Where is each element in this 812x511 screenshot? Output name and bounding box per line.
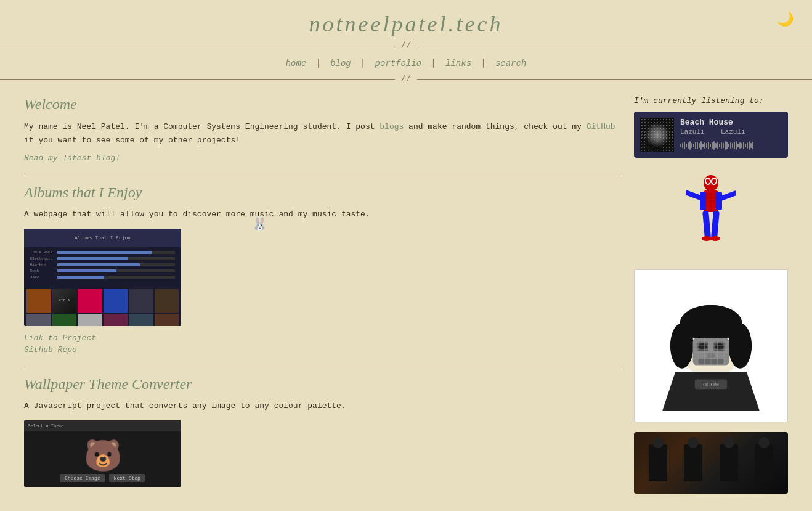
waveform-bar [684,142,685,149]
nav-sep-2: | [360,58,366,69]
bear-image: 🐻 [84,438,122,475]
wallpaper-btn-1: Choose Image [60,474,105,482]
bar-bg-2 [57,257,175,260]
person-3 [720,444,738,481]
spiderman-svg [686,172,736,258]
waveform-bar [749,141,750,150]
waveform-bar [741,143,742,148]
rap-photo-block [634,432,788,494]
main-nav: home | blog | portfolio | links | search [0,54,812,72]
waveform-bar [723,143,724,148]
waveform-bar [682,143,683,148]
albums-bars-section: Indie Rock Electronic Hip-Hop Rock [24,247,181,284]
sidebar: I'm currently listening to: Beach House … [634,96,788,504]
waveform-bar [686,144,687,147]
album-cover-2: KID A [52,289,77,313]
bar-bg-3 [57,263,175,266]
waveform-bar [700,141,702,150]
waveform-bar [725,141,726,150]
album-cover-8 [52,314,77,326]
music-album: Lazuli Lazuli [680,128,782,136]
music-info: Beach House Lazuli Lazuli [680,118,782,152]
wallpaper-btn-2: Next Step [109,474,145,482]
waveform-bar [726,142,728,149]
album-cover-5 [129,289,153,313]
header-divider-top: // [0,41,812,51]
site-header: 🌙 notneelpatel.tech // home | blog | por… [0,0,812,84]
bar-label-3: Hip-Hop [30,263,55,267]
nav-search[interactable]: search [495,59,526,68]
svg-text:DOOM: DOOM [703,382,719,388]
album-cover-1 [26,289,51,313]
waveform-bar [721,142,722,149]
waveform-bar [750,143,752,148]
section-divider-2 [24,366,622,366]
waveform-bar [752,142,753,149]
intro-text: My name is Neel Patel. I'm a Computer Sy… [24,122,380,131]
waveform-bar [719,144,720,147]
music-track-name: Lazuli [721,128,745,136]
spiderman-image [634,170,788,260]
svg-point-25 [728,323,752,369]
waveform-bar [689,141,691,150]
wallpaper-thumbnail: Select a Theme 🐻 Choose Image Next Step [24,420,181,487]
rap-photo-inner [634,432,788,494]
albums-top-bar: Albums That I Enjoy [24,229,181,247]
music-card: Beach House Lazuli Lazuli [634,112,788,158]
waveform-bar [745,144,746,147]
bar-row-1: Indie Rock [30,250,175,255]
beach-house-dots [640,118,674,152]
album-cover-10 [104,314,128,326]
waveform-bar [730,142,731,149]
album-cover-3 [78,289,102,313]
person-2 [684,444,702,481]
nav-links[interactable]: links [445,59,471,68]
read-blog-link[interactable]: Read my latest blog! [24,153,622,163]
albums-repo-link[interactable]: Github Repo [24,345,622,354]
albums-links: Link to Project Github Repo [24,333,622,354]
albums-covers-grid: KID A [24,287,181,326]
bar-row-3: Hip-Hop [30,263,175,267]
svg-point-14 [710,236,720,241]
album-art [640,118,674,152]
waveform-bar [717,142,718,149]
waveform-bar [695,142,696,149]
bar-label-2: Electronic [30,256,55,261]
doom-svg: DOOM [646,281,776,411]
waveform-bar [712,142,713,149]
project-albums: Albums that I Enjoy A webpage that will … [24,184,622,354]
main-container: Welcome My name is Neel Patel. I'm a Com… [18,84,794,511]
waveform-bar [732,143,733,148]
bar-label-4: Rock [30,269,55,273]
moon-toggle[interactable]: 🌙 [777,11,794,28]
divider-symbol-top: // [395,41,418,51]
albums-thumbnail: Albums That I Enjoy Indie Rock Electroni… [24,229,181,326]
bar-fill-1 [57,251,152,254]
content-area: Welcome My name is Neel Patel. I'm a Com… [24,96,622,504]
wallpaper-image-container: Select a Theme 🐻 Choose Image Next Step [24,420,622,487]
person-1 [649,444,667,481]
waveform-bar [706,143,707,148]
blogs-link[interactable]: blogs [380,122,404,131]
album-cover-6 [155,289,179,313]
waveform-bar [734,142,735,149]
section-divider-1 [24,174,622,174]
welcome-paragraph: My name is Neel Patel. I'm a Computer Sy… [24,120,622,147]
nav-blog[interactable]: blog [330,59,351,68]
github-link[interactable]: GitHub [587,122,615,131]
nav-home[interactable]: home [286,59,307,68]
wallpaper-window-title: Select a Theme [28,423,64,428]
nav-portfolio[interactable]: portfolio [375,59,422,68]
album-cover-11 [129,314,153,326]
music-album-name: Lazuli [680,128,705,136]
nav-sep-3: | [431,58,437,69]
music-title: Beach House [680,118,782,127]
waveform-bar [697,142,698,149]
person-4 [755,444,773,481]
bar-label-1: Indie Rock [30,250,55,255]
albums-project-link[interactable]: Link to Project [24,333,622,343]
waveform-bar [728,144,729,147]
waveform-bar [739,142,741,149]
svg-marker-42 [662,372,760,411]
waveform-bar [743,142,744,149]
